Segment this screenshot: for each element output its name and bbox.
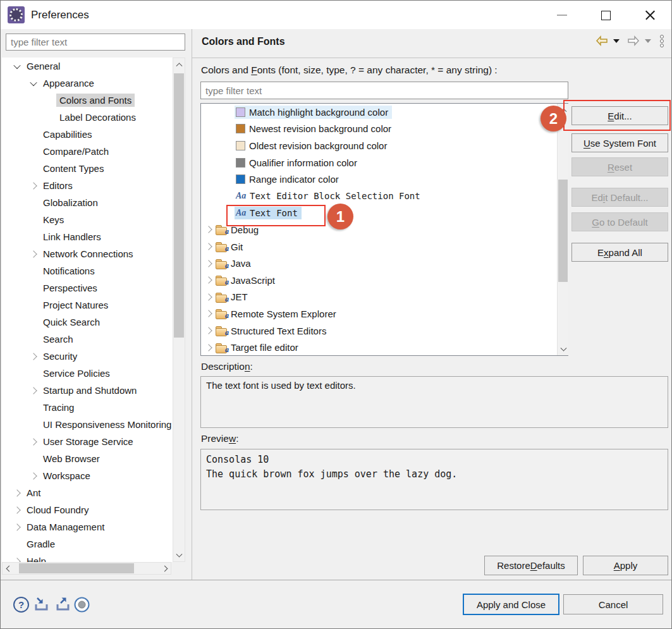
chevron-right-icon[interactable] (204, 244, 214, 249)
sidebar-item-network-connections[interactable]: Network Connections (2, 245, 173, 262)
chevron-right-icon[interactable] (204, 278, 214, 283)
chevron-right-icon[interactable] (204, 328, 214, 333)
sidebar-item-tracing[interactable]: Tracing (2, 399, 173, 416)
font-item-match-highlight-background-color[interactable]: Match highlight background color (201, 104, 568, 121)
font-item-text-editor-block-selection-font[interactable]: AaText Editor Block Selection Font (201, 188, 568, 205)
sidebar-vertical-scrollbar[interactable] (173, 58, 185, 562)
sidebar-item-web-browser[interactable]: Web Browser (2, 450, 173, 467)
sidebar-item-capabilities[interactable]: Capabilities (2, 126, 173, 143)
back-button[interactable] (596, 35, 608, 46)
expand-all-button[interactable]: Expand All (571, 243, 668, 262)
maximize-button[interactable] (592, 4, 620, 26)
sidebar-item-cloud-foundry[interactable]: Cloud Foundry (2, 501, 173, 518)
sidebar-item-globalization[interactable]: Globalization (2, 194, 173, 211)
help-button[interactable]: ? (11, 595, 30, 613)
go-to-default-button[interactable]: Go to Default (571, 212, 668, 231)
apply-and-close-button[interactable]: Apply and Close (463, 594, 559, 615)
scroll-down-icon[interactable] (558, 345, 569, 355)
chevron-right-icon[interactable] (27, 183, 40, 188)
scroll-down-icon[interactable] (173, 551, 185, 561)
export-preferences-button[interactable] (54, 595, 73, 613)
font-item-oldest-revision-background-color[interactable]: Oldest revision background color (201, 137, 568, 154)
sidebar-item-content-types[interactable]: Content Types (2, 160, 173, 177)
apply-button[interactable]: Apply (583, 556, 668, 575)
chevron-down-icon[interactable] (11, 64, 23, 69)
font-item-javascript[interactable]: aJavaScript (201, 272, 568, 289)
chevron-right-icon[interactable] (204, 311, 214, 316)
chevron-right-icon[interactable] (11, 525, 23, 530)
use-system-font-button[interactable]: Use System Font (571, 133, 668, 152)
font-item-jet[interactable]: aJET (201, 289, 568, 306)
reset-button[interactable]: Reset (571, 157, 668, 176)
scrollbar-thumb[interactable] (558, 180, 568, 282)
scroll-left-icon[interactable] (3, 563, 15, 573)
sidebar-item-notifications[interactable]: Notifications (2, 262, 173, 279)
sidebar-item-link-handlers[interactable]: Link Handlers (2, 228, 173, 245)
chevron-down-icon[interactable] (27, 81, 40, 86)
edit-button[interactable]: Edit... (571, 106, 668, 125)
forward-history-button[interactable] (645, 39, 651, 43)
chevron-right-icon[interactable] (11, 491, 23, 496)
scroll-right-icon[interactable] (159, 563, 170, 573)
sidebar-item-ui-responsiveness-monitoring[interactable]: UI Responsiveness Monitoring (2, 416, 173, 433)
back-history-button[interactable] (613, 39, 620, 43)
sidebar-item-compare-patch[interactable]: Compare/Patch (2, 143, 173, 160)
sidebar-horizontal-scrollbar[interactable] (2, 562, 171, 575)
forward-button[interactable] (627, 35, 640, 46)
view-menu-button[interactable] (660, 35, 664, 47)
font-item-newest-revision-background-color[interactable]: Newest revision background color (201, 121, 568, 138)
sidebar-item-ant[interactable]: Ant (2, 484, 173, 501)
fonts-filter-input[interactable] (200, 82, 568, 99)
sidebar-item-search[interactable]: Search (2, 331, 173, 348)
font-item-remote-system-explorer[interactable]: aRemote System Explorer (201, 305, 568, 322)
sidebar-item-perspectives[interactable]: Perspectives (2, 279, 173, 296)
sidebar-item-data-management[interactable]: Data Management (2, 518, 173, 535)
sidebar-item-startup-and-shutdown[interactable]: Startup and Shutdown (2, 382, 173, 399)
chevron-right-icon[interactable] (204, 261, 214, 266)
sidebar-item-general[interactable]: General (2, 58, 173, 75)
chevron-right-icon[interactable] (204, 227, 214, 232)
chevron-right-icon[interactable] (27, 354, 40, 359)
scrollbar-thumb[interactable] (174, 73, 184, 338)
font-item-java[interactable]: aJava (201, 255, 568, 272)
sidebar-item-label-decorations[interactable]: Label Decorations (2, 109, 173, 126)
sidebar-item-gradle[interactable]: Gradle (2, 535, 173, 553)
font-item-git[interactable]: aGit (201, 238, 568, 255)
font-item-text-font[interactable]: AaText Font (201, 205, 568, 222)
chevron-right-icon[interactable] (204, 295, 214, 300)
chevron-right-icon[interactable] (27, 252, 40, 257)
restore-defaults-button[interactable]: Restore Defaults (484, 556, 578, 575)
edit-default-button[interactable]: Edit Default... (571, 188, 668, 207)
sidebar-item-service-policies[interactable]: Service Policies (2, 365, 173, 382)
chevron-right-icon[interactable] (204, 345, 214, 350)
sidebar-filter-input[interactable] (6, 34, 185, 51)
sidebar-item-colors-and-fonts[interactable]: Colors and Fonts (2, 92, 173, 109)
font-item-qualifier-information-color[interactable]: Qualifier information color (201, 154, 568, 171)
cancel-button[interactable]: Cancel (563, 594, 663, 614)
font-item-range-indicator-color[interactable]: Range indicator color (201, 171, 568, 188)
preference-recorder-button[interactable] (72, 595, 91, 613)
sidebar-item-appearance[interactable]: Appearance (2, 75, 173, 92)
font-item-structured-text-editors[interactable]: aStructured Text Editors (201, 322, 568, 339)
sidebar-item-keys[interactable]: Keys (2, 211, 173, 228)
font-item-target-file-editor[interactable]: aTarget file editor (201, 339, 568, 356)
scroll-up-icon[interactable] (173, 59, 185, 69)
chevron-right-icon[interactable] (27, 388, 40, 393)
minimize-button[interactable] (548, 4, 576, 26)
chevron-right-icon[interactable] (27, 439, 40, 444)
sidebar-item-project-natures[interactable]: Project Natures (2, 296, 173, 314)
chevron-right-icon[interactable] (11, 508, 23, 513)
sidebar-item-workspace[interactable]: Workspace (2, 467, 173, 484)
import-preferences-button[interactable] (32, 595, 51, 613)
chevron-right-icon[interactable] (27, 473, 40, 479)
list-vertical-scrollbar[interactable] (557, 104, 568, 355)
sidebar-item-user-storage-service[interactable]: User Storage Service (2, 433, 173, 450)
sidebar-item-editors[interactable]: Editors (2, 177, 173, 194)
close-button[interactable] (636, 4, 664, 26)
font-item-debug[interactable]: aDebug (201, 221, 568, 238)
sidebar-item-quick-search[interactable]: Quick Search (2, 314, 173, 331)
scrollbar-thumb[interactable] (19, 563, 134, 573)
sidebar-item-security[interactable]: Security (2, 348, 173, 365)
sidebar-item-help[interactable]: Help (2, 553, 173, 562)
scroll-up-icon[interactable] (558, 104, 569, 114)
